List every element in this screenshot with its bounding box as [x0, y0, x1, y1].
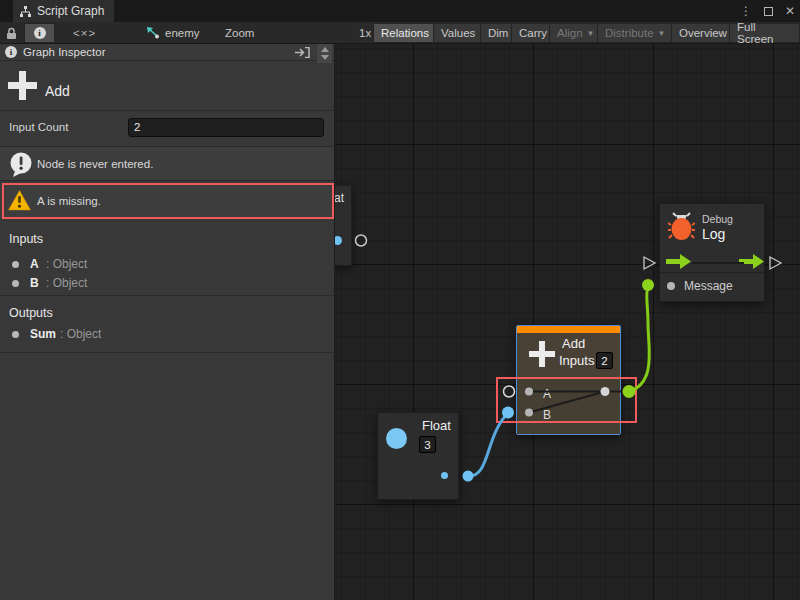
lock-icon — [6, 27, 17, 40]
info-message-text: Node is never entered. — [37, 158, 153, 170]
flow-port-triangle-out[interactable] — [770, 257, 781, 269]
add-icon — [527, 339, 557, 369]
float-value-icon — [386, 428, 407, 449]
input-row-b: B : Object — [0, 275, 334, 293]
script-graph-asset-icon — [145, 26, 160, 40]
port-type: : Object — [46, 257, 87, 271]
port-name: B — [30, 276, 39, 290]
wire-add-to-debug[interactable] — [629, 287, 649, 392]
tab-label: Script Graph — [37, 4, 104, 18]
node-title: Float — [422, 418, 451, 433]
zoom-label: Zoom — [218, 23, 261, 43]
wire-cap-float[interactable] — [463, 471, 474, 482]
port-type: : Object — [46, 276, 87, 290]
port-name: Sum — [30, 327, 56, 341]
inspector-header: i Graph Inspector — [0, 44, 334, 61]
node-surtitle: Debug — [702, 213, 733, 225]
add-icon — [8, 68, 37, 103]
node-float[interactable]: Float 3 — [377, 412, 459, 500]
error-highlight-rect-inspector — [2, 183, 334, 219]
close-button[interactable]: ✕ — [782, 3, 798, 19]
port-circle-hidden-node-output[interactable] — [356, 235, 367, 246]
maximize-icon — [764, 7, 773, 16]
port-dot-icon — [12, 261, 19, 268]
graph-toolbar: i <×> enemy Zoom 1x Relations Values Dim… — [0, 22, 800, 44]
port-type: : Object — [60, 327, 101, 341]
node-debug-log[interactable]: Debug Log Message — [659, 203, 765, 302]
wires-overlay — [335, 44, 800, 600]
section-divider — [0, 295, 334, 296]
node-divider — [660, 272, 764, 273]
input-count-badge[interactable]: 2 — [596, 352, 613, 369]
toolbar-button-values[interactable]: Values — [433, 23, 483, 43]
node-title-top: Add — [562, 336, 585, 351]
section-divider — [0, 352, 334, 353]
port-name: A — [30, 257, 39, 271]
node-partially-hidden[interactable]: at — [335, 185, 352, 266]
inspector-title: Graph Inspector — [23, 46, 105, 58]
output-row-sum: Sum : Object — [0, 326, 334, 344]
inspect-button[interactable]: i — [24, 23, 55, 43]
info-icon: i — [5, 46, 17, 58]
graph-name: enemy — [165, 27, 200, 39]
toolbar-button-align[interactable]: Align▼ — [549, 23, 603, 43]
flow-output-arrow-icon[interactable] — [739, 254, 765, 269]
inputs-header: Inputs — [9, 232, 43, 246]
title-bar: Script Graph ⋮ ✕ — [0, 0, 800, 22]
bug-icon — [668, 212, 695, 241]
node-title: Log — [702, 226, 725, 242]
info-message: Node is never entered. — [0, 146, 334, 181]
speech-bubble-icon — [9, 152, 34, 178]
float-value-badge[interactable]: 3 — [419, 436, 436, 453]
info-icon: i — [34, 27, 46, 39]
node-title-bottom: Inputs — [559, 353, 594, 368]
toolbar-button-distribute[interactable]: Distribute▼ — [597, 23, 674, 43]
input-count-label: Input Count — [9, 121, 68, 133]
selection-accent-bar — [517, 326, 620, 333]
outputs-header: Outputs — [9, 306, 53, 320]
dock-panel-icon[interactable] — [295, 47, 310, 58]
input-row-a: A : Object — [0, 256, 334, 274]
flow-input-arrow-icon[interactable] — [666, 254, 692, 269]
maximize-button[interactable] — [760, 3, 776, 19]
port-dot-icon — [12, 331, 19, 338]
toolbar-button-fullscreen[interactable]: Full Screen — [729, 23, 800, 43]
port-dot-icon — [12, 280, 19, 287]
selected-node-title: Add — [45, 83, 70, 99]
code-view-button[interactable]: <×> — [66, 23, 103, 43]
graph-canvas[interactable]: at Float 3 Add Inputs 2 A B — [335, 44, 800, 600]
node-title: at — [335, 191, 344, 205]
wire-cap-debug-in[interactable] — [642, 279, 654, 291]
message-port-label: Message — [684, 279, 733, 293]
graph-reference[interactable]: enemy — [138, 23, 207, 43]
flow-port-triangle-in[interactable] — [644, 257, 655, 269]
chevron-down-icon: ▼ — [658, 29, 666, 38]
message-port-dot[interactable] — [667, 282, 675, 290]
window-menu-button[interactable]: ⋮ — [738, 3, 754, 19]
lock-button[interactable] — [3, 23, 20, 43]
toolbar-button-overview[interactable]: Overview — [671, 23, 735, 43]
input-count-field[interactable]: 2 — [128, 118, 324, 137]
arrow-up-icon — [321, 47, 329, 52]
graph-inspector-panel: i Graph Inspector Add Input Count 2 — [0, 44, 335, 600]
toolbar-button-relations[interactable]: Relations — [373, 23, 437, 43]
graph-icon — [19, 5, 32, 18]
arrow-down-icon — [321, 55, 329, 60]
selected-node-header: Add — [0, 61, 334, 111]
unity-script-graph-window: Script Graph ⋮ ✕ i <×> enemy Zoom — [0, 0, 800, 600]
tab-script-graph[interactable]: Script Graph — [13, 0, 114, 22]
error-highlight-rect — [496, 377, 637, 423]
chevron-down-icon: ▼ — [587, 29, 595, 38]
